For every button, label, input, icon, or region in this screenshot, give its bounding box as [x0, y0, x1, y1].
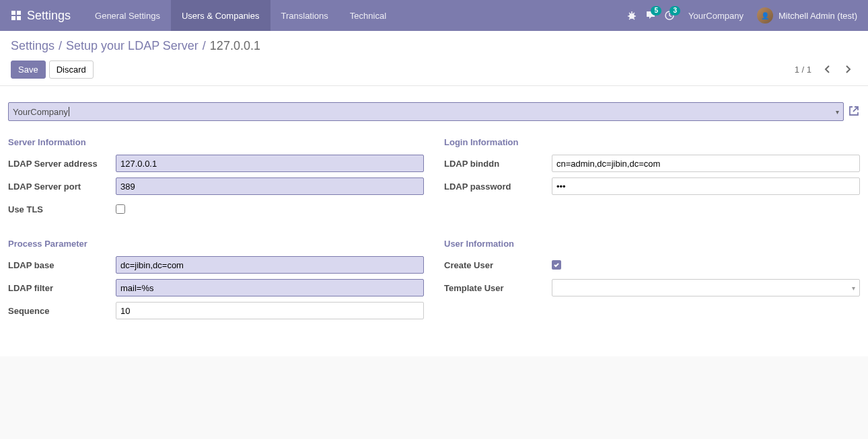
- ldap-port-input[interactable]: [116, 177, 424, 195]
- ldap-base-label: LDAP base: [8, 260, 116, 270]
- create-user-label: Create User: [444, 260, 552, 270]
- ldap-base-input[interactable]: [116, 256, 424, 274]
- company-field[interactable]: YourCompany ▾: [8, 102, 844, 121]
- breadcrumb-current: 127.0.0.1: [210, 39, 260, 53]
- process-title: Process Parameter: [8, 239, 424, 249]
- breadcrumb-parent[interactable]: Setup your LDAP Server: [66, 39, 198, 53]
- nav-technical[interactable]: Technical: [339, 0, 397, 31]
- ldap-port-label: LDAP Server port: [8, 182, 116, 192]
- nav-users-companies[interactable]: Users & Companies: [171, 0, 270, 31]
- nav-translations[interactable]: Translations: [270, 0, 339, 31]
- top-navbar: Settings General Settings Users & Compan…: [0, 0, 868, 31]
- login-info-title: Login Information: [444, 137, 860, 147]
- template-user-select[interactable]: ▾: [552, 279, 860, 296]
- activities-icon[interactable]: 3: [664, 10, 675, 21]
- control-panel: Settings / Setup your LDAP Server / 127.…: [0, 31, 868, 86]
- ldap-binddn-label: LDAP binddn: [444, 159, 552, 169]
- company-value: YourCompany: [13, 107, 68, 117]
- nav-general-settings[interactable]: General Settings: [84, 0, 171, 31]
- nav-menu: General Settings Users & Companies Trans…: [84, 0, 397, 31]
- breadcrumb: Settings / Setup your LDAP Server / 127.…: [11, 39, 857, 53]
- company-switcher[interactable]: YourCompany: [683, 11, 749, 21]
- svg-rect-2: [11, 16, 15, 20]
- user-name: Mitchell Admin (test): [779, 11, 857, 21]
- ldap-address-label: LDAP Server address: [8, 159, 116, 169]
- user-menu[interactable]: 👤 Mitchell Admin (test): [757, 7, 857, 24]
- app-title[interactable]: Settings: [27, 9, 71, 23]
- sequence-input[interactable]: [116, 302, 424, 319]
- apps-icon[interactable]: [11, 10, 22, 21]
- messages-badge: 5: [651, 6, 661, 15]
- use-tls-checkbox[interactable]: [116, 204, 125, 214]
- use-tls-label: Use TLS: [8, 204, 116, 214]
- server-info-title: Server Information: [8, 137, 424, 147]
- activities-badge: 3: [670, 6, 680, 15]
- chevron-down-icon: ▾: [852, 284, 855, 292]
- ldap-password-input[interactable]: [552, 177, 860, 195]
- debug-icon[interactable]: [626, 10, 637, 21]
- create-user-checkbox[interactable]: [552, 260, 561, 270]
- svg-rect-3: [17, 16, 21, 20]
- svg-rect-0: [11, 11, 15, 15]
- svg-rect-1: [17, 11, 21, 15]
- avatar: 👤: [757, 7, 773, 24]
- sequence-label: Sequence: [8, 306, 116, 316]
- ldap-address-input[interactable]: [116, 155, 424, 172]
- chevron-down-icon: ▾: [836, 108, 839, 116]
- external-link-icon[interactable]: [848, 105, 860, 119]
- discard-button[interactable]: Discard: [49, 61, 94, 79]
- breadcrumb-root[interactable]: Settings: [11, 39, 55, 53]
- messages-icon[interactable]: 5: [645, 10, 656, 21]
- ldap-filter-label: LDAP filter: [8, 283, 116, 293]
- ldap-binddn-input[interactable]: [552, 155, 860, 172]
- user-info-title: User Information: [444, 239, 860, 249]
- save-button[interactable]: Save: [11, 61, 46, 79]
- template-user-label: Template User: [444, 283, 552, 293]
- form-sheet: YourCompany ▾ Server Information LDAP Se…: [8, 102, 860, 340]
- ldap-filter-input[interactable]: [116, 279, 424, 296]
- pager-next[interactable]: [838, 60, 857, 79]
- pager-text[interactable]: 1 / 1: [795, 65, 811, 75]
- ldap-password-label: LDAP password: [444, 182, 552, 192]
- pager-prev[interactable]: [818, 60, 837, 79]
